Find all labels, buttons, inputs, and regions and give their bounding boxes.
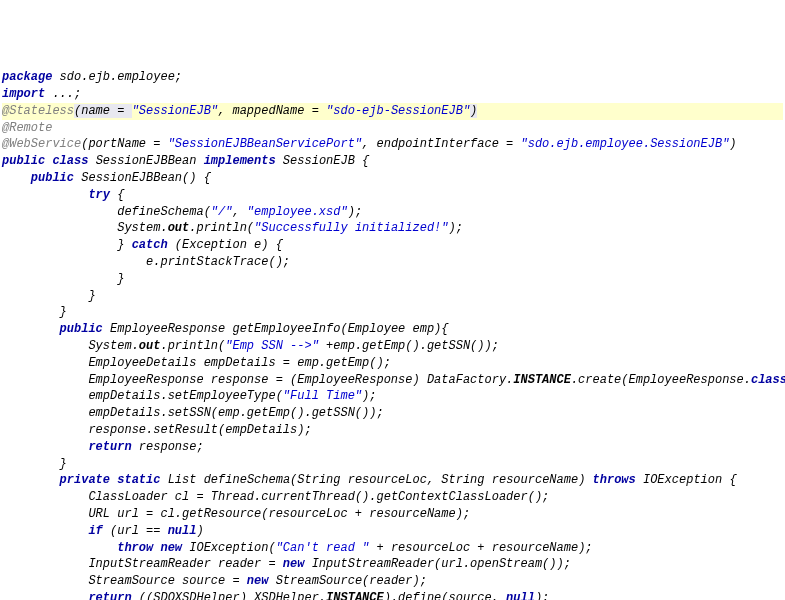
code-line: } catch (Exception e) {	[2, 237, 783, 254]
code-line: e.printStackTrace();	[2, 254, 783, 271]
code-line: response.setResult(empDetails);	[2, 422, 783, 439]
code-line: package sdo.ejb.employee;	[2, 69, 783, 86]
code-line: defineSchema("/", "employee.xsd");	[2, 204, 783, 221]
code-line: @WebService(portName = "SessionEJBBeanSe…	[2, 136, 783, 153]
code-line: throw new IOException("Can't read " + re…	[2, 540, 783, 557]
code-line: empDetails.setEmployeeType("Full Time");	[2, 388, 783, 405]
code-line: import ...;	[2, 86, 783, 103]
code-line: URL url = cl.getResource(resourceLoc + r…	[2, 506, 783, 523]
code-line: StreamSource source = new StreamSource(r…	[2, 573, 783, 590]
code-line: InputStreamReader reader = new InputStre…	[2, 556, 783, 573]
code-line: @Remote	[2, 120, 783, 137]
code-line: empDetails.setSSN(emp.getEmp().getSSN())…	[2, 405, 783, 422]
code-line: }	[2, 288, 783, 305]
code-line: ClassLoader cl = Thread.currentThread().…	[2, 489, 783, 506]
code-line: System.out.println("Emp SSN -->" +emp.ge…	[2, 338, 783, 355]
code-line: System.out.println("Successfully initial…	[2, 220, 783, 237]
code-line: }	[2, 456, 783, 473]
code-editor[interactable]: package sdo.ejb.employee;import ...;@Sta…	[2, 69, 783, 600]
code-line: return ((SDOXSDHelper) XSDHelper.INSTANC…	[2, 590, 783, 600]
code-line-highlighted: @Stateless(name = "SessionEJB", mappedNa…	[2, 103, 783, 120]
code-line: EmployeeResponse response = (EmployeeRes…	[2, 372, 783, 389]
code-line: }	[2, 271, 783, 288]
code-line: public SessionEJBBean() {	[2, 170, 783, 187]
code-line: EmployeeDetails empDetails = emp.getEmp(…	[2, 355, 783, 372]
code-line: }	[2, 304, 783, 321]
code-line: public class SessionEJBBean implements S…	[2, 153, 783, 170]
code-line: try {	[2, 187, 783, 204]
code-line: private static List defineSchema(String …	[2, 472, 783, 489]
code-line: return response;	[2, 439, 783, 456]
code-line: public EmployeeResponse getEmployeeInfo(…	[2, 321, 783, 338]
code-line: if (url == null)	[2, 523, 783, 540]
